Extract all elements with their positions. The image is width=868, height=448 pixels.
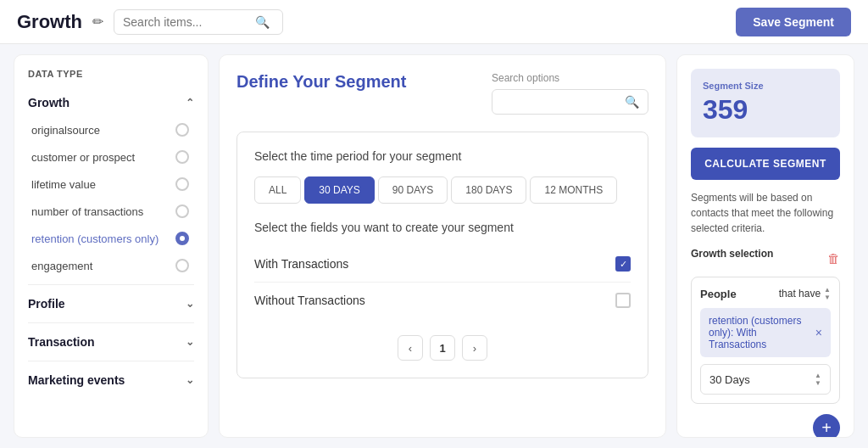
segment-description: Segments will be based on contacts that … [691,190,840,236]
sidebar-section-transaction-header[interactable]: Transaction ⌄ [28,328,194,356]
sidebar-section-profile-header[interactable]: Profile ⌄ [28,290,194,317]
search-options-area: Search options 🔍 [492,72,648,115]
sidebar-item[interactable]: number of transactions [28,198,194,225]
search-options-box: 🔍 [492,89,648,115]
sidebar-section-transaction: Transaction ⌄ [28,328,194,356]
add-button[interactable]: + [813,414,840,438]
chevron-down-icon: ⌄ [186,336,194,348]
app-header: Growth ✏ 🔍 Save Segment [0,0,868,44]
sidebar-section-marketing-label: Marketing events [28,373,125,387]
edit-icon[interactable]: ✏ [92,14,103,30]
sidebar-item-label: retention (customers only) [31,232,159,245]
field-label: With Transactions [254,257,348,271]
main-layout: Data Type Growth ⌃ originalsource custom… [0,44,868,448]
time-period-title: Select the time period for your segment [254,149,631,163]
global-search-bar: 🔍 [114,9,283,35]
chevron-down-icon: ⌄ [186,374,194,386]
sidebar-section-profile-label: Profile [28,297,65,311]
fields-section: Select the fields you want to create you… [254,221,631,318]
tag-text: retention (customers only): With Transac… [709,315,815,350]
segment-size-number: 359 [703,94,828,126]
sidebar-item-radio[interactable] [175,204,189,218]
sidebar-item-radio[interactable] [175,150,189,164]
fields-title: Select the fields you want to create you… [254,221,631,234]
sidebar-section-marketing: Marketing events ⌄ [28,367,194,394]
sidebar-section-growth-label: Growth [28,96,70,109]
field-label: Without Transactions [254,294,365,307]
sidebar-item-label: engagement [31,260,92,272]
sidebar-section-growth: Growth ⌃ originalsource customer or pros… [28,89,194,279]
global-search-input[interactable] [123,15,250,29]
time-btn-180days[interactable]: 180 DAYS [451,176,526,204]
sidebar-item-radio[interactable] [175,177,189,191]
that-have-label: that have [779,288,821,300]
that-have-select[interactable]: that have ▲ ▼ [779,286,831,301]
chevron-up-icon: ⌃ [186,97,194,109]
without-transactions-checkbox[interactable] [615,293,631,308]
chevron-down-icon: ⌄ [186,298,194,310]
sidebar-item-retention[interactable]: retention (customers only) [28,225,194,252]
sidebar-item-radio[interactable] [175,259,189,272]
center-panel: Define Your Segment Search options 🔍 Sel… [219,54,666,438]
time-btn-90days[interactable]: 90 DAYS [378,176,448,204]
global-search-icon: 🔍 [255,15,270,29]
sidebar-section-transaction-label: Transaction [28,335,95,349]
people-row: People that have ▲ ▼ [700,286,831,301]
sidebar-divider [28,361,194,361]
search-options-icon: 🔍 [625,95,639,109]
segment-size-box: Segment Size 359 [691,69,840,137]
field-row-without-transactions: Without Transactions [254,283,631,318]
sidebar-section-profile: Profile ⌄ [28,290,194,317]
data-type-label: Data Type [28,69,194,79]
panel-title: Define Your Segment [236,72,406,92]
sidebar-item[interactable]: originalsource [28,116,194,143]
sidebar-item-label: number of transactions [31,205,143,218]
people-label: People [700,288,737,300]
selection-box: People that have ▲ ▼ retention (customer… [691,277,840,404]
panel-header: Define Your Segment Search options 🔍 [236,72,648,115]
time-btn-12months[interactable]: 12 MONTHS [530,176,617,204]
right-panel: Segment Size 359 CALCULATE SEGMENT Segme… [676,54,854,438]
current-page-button[interactable]: 1 [430,335,455,361]
days-label: 30 Days [709,373,750,386]
calculate-segment-button[interactable]: CALCULATE SEGMENT [691,148,840,180]
app-title: Growth [17,11,82,33]
field-row-with-transactions: With Transactions ✓ [254,246,631,283]
select-arrows-icon: ▲ ▼ [824,286,831,301]
prev-page-button[interactable]: ‹ [398,335,423,361]
selection-header: Growth selection 🗑 [691,248,840,268]
time-btn-30days[interactable]: 30 DAYS [304,176,374,204]
sidebar-item-label: originalsource [31,124,100,137]
selection-tag: retention (customers only): With Transac… [700,308,831,357]
time-period-buttons: ALL 30 DAYS 90 DAYS 180 DAYS 12 MONTHS [254,176,631,204]
growth-selection-label: Growth selection [691,248,773,260]
segment-size-label: Segment Size [703,81,828,91]
delete-icon[interactable]: 🗑 [827,251,840,266]
tag-close-icon[interactable]: × [815,326,822,339]
sidebar-item[interactable]: customer or prospect [28,143,194,171]
sidebar-item[interactable]: lifetime value [28,171,194,198]
search-options-input[interactable] [501,96,620,109]
sidebar-item-label: customer or prospect [31,151,135,164]
segment-definition-box: Select the time period for your segment … [236,132,648,378]
days-select[interactable]: 30 Days ▲ ▼ [700,364,831,395]
left-sidebar: Data Type Growth ⌃ originalsource custom… [14,54,209,438]
sidebar-item-radio-active[interactable] [175,232,189,245]
sidebar-divider [28,322,194,323]
sidebar-section-growth-header[interactable]: Growth ⌃ [28,89,194,116]
sidebar-divider [28,284,194,285]
pagination: ‹ 1 › [254,335,631,361]
sidebar-item[interactable]: engagement [28,252,194,279]
days-select-arrows-icon: ▲ ▼ [815,372,821,387]
time-btn-all[interactable]: ALL [254,176,301,204]
save-segment-button[interactable]: Save Segment [736,8,851,36]
search-options-label: Search options [492,72,648,84]
next-page-button[interactable]: › [462,335,487,361]
sidebar-item-label: lifetime value [31,178,96,191]
sidebar-item-radio[interactable] [175,123,189,137]
with-transactions-checkbox[interactable]: ✓ [615,256,631,272]
sidebar-section-marketing-header[interactable]: Marketing events ⌄ [28,367,194,394]
